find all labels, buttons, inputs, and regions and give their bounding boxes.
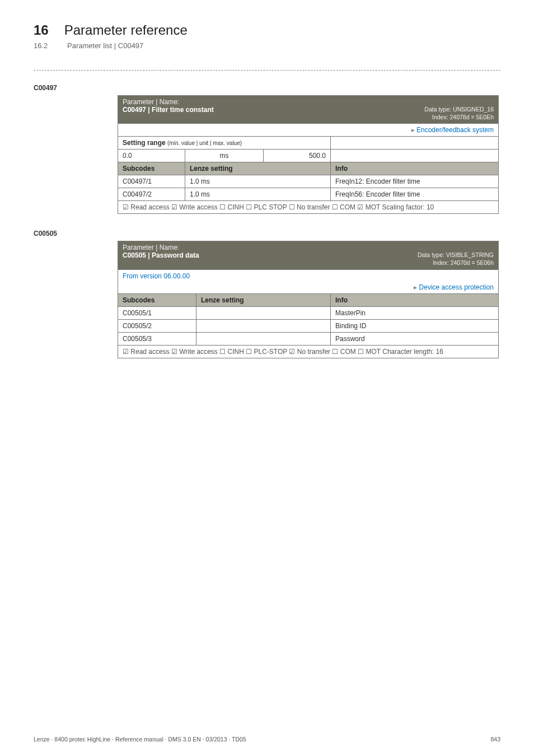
table-row: C00505/1 MasterPin: [118, 306, 499, 319]
info-cell: FreqIn56: Encoder filter time: [331, 188, 499, 201]
subcodes-header: Subcodes: [118, 162, 185, 175]
subcode-cell: C00497/2: [118, 188, 185, 201]
subcode-cell: C00505/3: [118, 332, 196, 345]
subcodes-header: Subcodes: [118, 293, 196, 306]
access-meta: ☑ Read access ☑ Write access ☐ CINH ☐ PL…: [123, 348, 443, 356]
chapter-number: 16: [34, 22, 49, 38]
info-cell: Binding ID: [331, 319, 499, 332]
access-meta: ☑ Read access ☑ Write access ☐ CINH ☐ PL…: [123, 203, 434, 211]
param-name-row: Parameter | Name: C00497 | Filter time c…: [118, 96, 499, 124]
subcode-cell: C00505/2: [118, 319, 196, 332]
lenze-header: Lenze setting: [185, 162, 331, 175]
device-access-link[interactable]: Device access protection: [419, 283, 494, 291]
column-headers: Subcodes Lenze setting Info: [118, 162, 499, 175]
param-name-value: C00505 | Password data: [123, 251, 199, 259]
link-row: ▸ Encoder/feedback system: [118, 124, 499, 137]
setting-range-sub: (min. value | unit | max. value): [167, 140, 242, 146]
page-subheader: 16.2 Parameter list | C00497: [34, 41, 500, 50]
table-row: C00497/1 1.0 ms FreqIn12: Encoder filter…: [118, 175, 499, 188]
section-title: Parameter list | C00497: [67, 41, 143, 50]
table-row: C00505/2 Binding ID: [118, 319, 499, 332]
index-value: Index: 24078d = 5E0Eh: [432, 114, 494, 120]
meta-row: ☑ Read access ☑ Write access ☐ CINH ☐ PL…: [118, 201, 499, 214]
param-name-row: Parameter | Name: C00505 | Password data…: [118, 241, 499, 269]
separator-line: [34, 70, 500, 71]
max-value: 500.0: [264, 150, 331, 162]
subcode-cell: C00497/1: [118, 175, 185, 188]
chapter-title: Parameter reference: [64, 22, 188, 38]
triangle-icon: ▸: [414, 283, 417, 291]
info-cell: FreqIn12: Encoder filter time: [331, 175, 499, 188]
param-table-c00497: Parameter | Name: C00497 | Filter time c…: [118, 95, 499, 214]
info-cell: Password: [331, 332, 499, 345]
data-type: Data type: UNSIGNED_16: [424, 106, 494, 113]
info-header: Info: [331, 293, 499, 306]
lenze-cell: 1.0 ms: [185, 175, 331, 188]
meta-row: ☑ Read access ☑ Write access ☐ CINH ☐ PL…: [118, 345, 499, 358]
unit-value: ms: [185, 150, 264, 162]
version-link-row: From version 06.00.00 ▸ Device access pr…: [118, 269, 499, 293]
table-row: C00505/3 Password: [118, 332, 499, 345]
triangle-icon: ▸: [411, 126, 415, 134]
setting-range-label: Setting range: [123, 139, 166, 147]
param-code-label: C00505: [34, 230, 500, 237]
param-name-label: Parameter | Name:: [123, 244, 179, 251]
param-code-label: C00497: [34, 84, 500, 92]
min-value: 0.0: [118, 150, 185, 162]
lenze-cell: 1.0 ms: [185, 188, 331, 201]
param-table-c00505: Parameter | Name: C00505 | Password data…: [118, 241, 499, 358]
data-type: Data type: VISIBLE_STRING: [418, 251, 494, 258]
version-link[interactable]: From version 06.00.00: [123, 272, 190, 280]
info-cell: MasterPin: [331, 306, 499, 319]
page-header: 16 Parameter reference: [34, 22, 500, 38]
setting-range-row: Setting range (min. value | unit | max. …: [118, 137, 499, 150]
lenze-cell: [196, 332, 331, 345]
lenze-header: Lenze setting: [196, 293, 331, 306]
param-name-value: C00497 | Filter time constant: [123, 106, 214, 114]
footer-page-number: 843: [490, 736, 500, 743]
table-row: C00497/2 1.0 ms FreqIn56: Encoder filter…: [118, 188, 499, 201]
lenze-cell: [196, 306, 331, 319]
page-footer: Lenze · 8400 protec HighLine · Reference…: [0, 736, 534, 743]
index-value: Index: 24070d = 5E06h: [433, 259, 494, 266]
footer-left: Lenze · 8400 protec HighLine · Reference…: [34, 736, 246, 743]
param-name-label: Parameter | Name:: [123, 98, 179, 106]
subcode-cell: C00505/1: [118, 306, 196, 319]
feedback-link[interactable]: Encoder/feedback system: [416, 126, 494, 134]
column-headers: Subcodes Lenze setting Info: [118, 293, 499, 306]
lenze-cell: [196, 319, 331, 332]
setting-range-values: 0.0 ms 500.0: [118, 150, 499, 162]
section-number: 16.2: [34, 41, 51, 50]
info-header: Info: [331, 162, 499, 175]
